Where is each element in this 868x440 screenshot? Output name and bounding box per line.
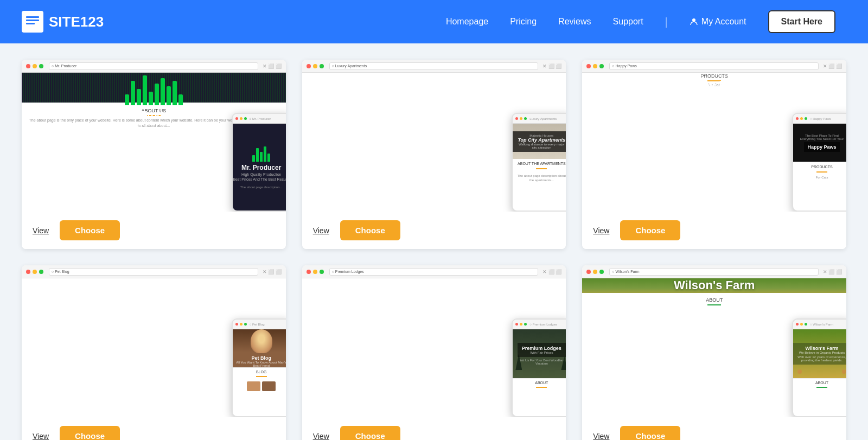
choose-button-pet-blog[interactable]: Choose <box>60 426 120 440</box>
template-actions-wilsons-farm: View Choose <box>582 417 846 440</box>
choose-button-premium-lodges[interactable]: Choose <box>340 426 400 440</box>
dot-red <box>307 270 311 274</box>
mobile-mockup-wilsons-farm: ○ Wilson's Farm Wilson's Farm We Believe… <box>792 318 846 417</box>
template-card-wilsons-farm: ○ Wilson's Farm ✕ ⬜ ⬜ Wilson's Farm <box>582 265 846 440</box>
view-link-premium-lodges[interactable]: View <box>313 432 329 441</box>
browser-bar-pet-blog: ○ Pet Blog ✕ ⬜ ⬜ <box>22 265 286 278</box>
template-preview-luxury: ○ Luxury Apartments ✕ ⬜ ⬜ Majestic House… <box>302 60 566 212</box>
mobile-bar-happy-paws: ○ Happy Paws <box>793 114 846 124</box>
logo-text: SITE123 <box>49 14 104 30</box>
mobile-bar-wilsons-farm: ○ Wilson's Farm <box>793 320 846 329</box>
dot-green <box>320 270 324 274</box>
template-card-mr-producer: ○ Mr. Producer ✕ ⬜ ⬜ <box>22 60 286 249</box>
svg-point-3 <box>692 18 695 22</box>
template-card-pet-blog: ○ Pet Blog ✕ ⬜ ⬜ Pet Blog All You Want T… <box>22 265 286 440</box>
template-preview-wilsons-farm: ○ Wilson's Farm ✕ ⬜ ⬜ Wilson's Farm <box>582 265 846 417</box>
preview-image-wilsons-farm: Wilson's Farm We Believe in Organic Prod… <box>582 278 846 311</box>
view-link-luxury[interactable]: View <box>313 226 329 235</box>
preview-title: Mr. Producer <box>124 110 183 121</box>
wilsons-farm-bg: Wilson's Farm We Believe in Organic Prod… <box>582 278 846 311</box>
template-actions-pet-blog: View Choose <box>22 417 286 440</box>
dot-green <box>320 64 324 68</box>
dot-yellow <box>313 270 317 274</box>
mobile-bar-premium-lodges: ○ Premium Lodges <box>513 320 566 329</box>
nav-homepage[interactable]: Homepage <box>446 17 488 27</box>
template-preview-happy-paws: ○ Happy Paws ✕ ⬜ ⬜ The Best Place To Fin… <box>582 60 846 212</box>
start-here-button[interactable]: Start Here <box>768 10 835 33</box>
svg-rect-2 <box>26 23 35 24</box>
template-card-luxury: ○ Luxury Apartments ✕ ⬜ ⬜ Majestic House… <box>302 60 566 249</box>
preview-image-happy-paws: The Best Place To Find Everything You Ne… <box>582 73 846 92</box>
mobile-content-wilsons-farm: Wilson's Farm We Believe in Organic Prod… <box>793 329 846 416</box>
view-link-wilsons-farm[interactable]: View <box>593 432 609 441</box>
template-actions-premium-lodges: View Choose <box>302 417 566 440</box>
nav-pricing[interactable]: Pricing <box>510 17 537 27</box>
browser-url-luxury: ○ Luxury Apartments <box>329 62 539 70</box>
dot-green <box>39 270 43 274</box>
mobile-mockup-happy-paws: ○ Happy Paws The Best Place To Find Ever… <box>792 113 846 212</box>
browser-url-wilsons-farm: ○ Wilson's Farm <box>609 268 819 276</box>
logo-icon <box>22 11 43 33</box>
browser-url: ○ Mr. Producer <box>49 62 258 70</box>
svg-rect-1 <box>26 20 39 21</box>
view-link-happy-paws[interactable]: View <box>593 226 609 235</box>
template-preview-premium-lodges: ○ Premium Lodges ✕ ⬜ ⬜ Premium L <box>302 265 566 417</box>
template-preview-mr-producer: ○ Mr. Producer ✕ ⬜ ⬜ <box>22 60 286 212</box>
template-preview-pet-blog: ○ Pet Blog ✕ ⬜ ⬜ Pet Blog All You Want T… <box>22 265 286 417</box>
browser-bar-wilsons-farm: ○ Wilson's Farm ✕ ⬜ ⬜ <box>582 265 846 278</box>
mobile-content-happy-paws: The Best Place To Find Everything You Ne… <box>793 124 846 211</box>
browser-bar-premium-lodges: ○ Premium Lodges ✕ ⬜ ⬜ <box>302 265 566 278</box>
happy-paws-bg: The Best Place To Find Everything You Ne… <box>582 73 846 92</box>
dot-red <box>586 64 591 68</box>
browser-url-happy-paws: ○ Happy Paws <box>609 62 819 70</box>
svg-rect-0 <box>26 16 39 18</box>
nav-support[interactable]: Support <box>613 17 643 27</box>
nav-divider: | <box>665 16 668 28</box>
logo[interactable]: SITE123 <box>22 11 104 33</box>
header: SITE123 Homepage Pricing Reviews Support… <box>0 0 868 43</box>
dot-green <box>599 64 604 68</box>
mobile-bar: ≡ Mr. Producer <box>233 114 286 124</box>
view-link-pet-blog[interactable]: View <box>33 432 49 441</box>
mobile-content-luxury: Majestic Houses Top City Apartments Walk… <box>513 124 566 211</box>
mobile-mockup-premium-lodges: ○ Premium Lodges Premium Lodges With Fai… <box>512 318 566 417</box>
my-account[interactable]: My Account <box>690 17 746 27</box>
dot-green <box>39 64 43 68</box>
template-card-happy-paws: ○ Happy Paws ✕ ⬜ ⬜ The Best Place To Fin… <box>582 60 846 249</box>
choose-button-wilsons-farm[interactable]: Choose <box>620 426 680 440</box>
preview-subtitle2: Best Prices And The Best Results <box>109 127 198 134</box>
music-bars <box>125 73 183 105</box>
dot-green <box>599 270 604 274</box>
browser-bar-luxury: ○ Luxury Apartments ✕ ⬜ ⬜ <box>302 60 566 73</box>
template-actions-happy-paws: View Choose <box>582 212 846 249</box>
browser-bar: ○ Mr. Producer ✕ ⬜ ⬜ <box>22 60 286 73</box>
view-link-mr-producer[interactable]: View <box>33 226 49 235</box>
mobile-mockup-luxury: Luxury Apartments Majestic Houses Top Ci… <box>512 113 566 212</box>
choose-button-happy-paws[interactable]: Choose <box>620 220 680 240</box>
dot-yellow <box>593 270 597 274</box>
template-card-premium-lodges: ○ Premium Lodges ✕ ⬜ ⬜ Premium L <box>302 265 566 440</box>
dot-red <box>307 64 311 68</box>
dot-yellow <box>593 64 597 68</box>
choose-button-luxury[interactable]: Choose <box>340 220 400 240</box>
browser-url-premium-lodges: ○ Premium Lodges <box>329 268 539 276</box>
mobile-content: Mr. Producer High Quality Production Bes… <box>233 124 286 211</box>
mobile-mockup-mr-producer: ≡ Mr. Producer Mr. Producer <box>232 113 286 212</box>
browser-url-pet-blog: ○ Pet Blog <box>49 268 258 276</box>
main-content: ○ Mr. Producer ✕ ⬜ ⬜ <box>0 43 868 440</box>
mobile-bar-luxury: Luxury Apartments <box>513 114 566 124</box>
browser-bar-happy-paws: ○ Happy Paws ✕ ⬜ ⬜ <box>582 60 846 73</box>
main-nav: Homepage Pricing Reviews Support | My Ac… <box>446 10 835 33</box>
nav-reviews[interactable]: Reviews <box>558 17 591 27</box>
template-actions-luxury: View Choose <box>302 212 566 249</box>
templates-grid: ○ Mr. Producer ✕ ⬜ ⬜ <box>22 60 846 440</box>
dot-yellow <box>33 270 37 274</box>
mobile-bar-pet-blog: ○ Pet Blog <box>233 320 286 329</box>
dot-yellow <box>313 64 317 68</box>
template-actions-mr-producer: View Choose <box>22 212 286 249</box>
choose-button-mr-producer[interactable]: Choose <box>60 220 120 240</box>
dot-yellow <box>33 64 37 68</box>
dot-red <box>26 270 30 274</box>
mobile-content-premium-lodges: Premium Lodges With Fair Prices Visit Us… <box>513 329 566 416</box>
dot-red <box>586 270 591 274</box>
